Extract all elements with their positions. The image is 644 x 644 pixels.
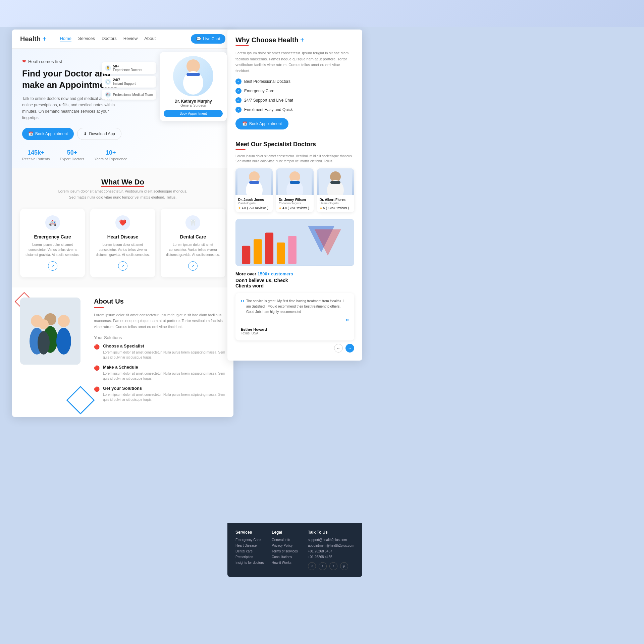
stat-experience-label: Years of Experience bbox=[94, 157, 127, 161]
nav-review[interactable]: Review bbox=[123, 36, 138, 42]
footer-link-terms[interactable]: Terms of services bbox=[272, 549, 303, 553]
meet-underline bbox=[235, 149, 246, 150]
service-dental-arrow[interactable]: ↗ bbox=[188, 261, 198, 271]
book-appointment-button[interactable]: 📅 Book Appointment bbox=[22, 128, 74, 140]
svg-point-11 bbox=[38, 331, 50, 355]
team-illustration bbox=[20, 298, 80, 365]
floating-stats: 👨‍⚕️ 50+ Experience Doctors 🕐 24/7 Insta… bbox=[102, 62, 156, 100]
footer-link-general[interactable]: General Info bbox=[272, 538, 303, 542]
why-choose-title: Why Choose Health + bbox=[235, 36, 354, 44]
doc-rating-1: ★ 4.8 (723 Reviews) bbox=[279, 206, 311, 210]
nav-links: Home Services Doctors Review About bbox=[60, 36, 191, 42]
doctor-card-2: Dr. Albert Flores Hematologists ★ 5 (172… bbox=[317, 168, 354, 212]
footer-link-heart[interactable]: Heart Disease bbox=[235, 544, 266, 547]
doctor-book-button[interactable]: Book Appointment bbox=[164, 110, 223, 117]
social-twitter-icon[interactable]: t bbox=[329, 562, 337, 570]
nav-doctors[interactable]: Doctors bbox=[102, 36, 117, 42]
meet-doctors-title: Meet Our Specialist Doctors bbox=[235, 141, 354, 148]
more-customers: More over 1500+ customers bbox=[235, 271, 354, 276]
doctor-card-1: Dr. Jenny Wilson Endocrinologists ★ 4.8 … bbox=[276, 168, 313, 212]
doc-spec-0: Cardiologists bbox=[238, 202, 270, 205]
doc-info-2: Dr. Albert Flores Hematologists ★ 5 (172… bbox=[317, 195, 354, 212]
solution-3: 🔴 Get your Solutions Lorem ipsum dolor s… bbox=[94, 386, 225, 402]
next-arrow-button[interactable]: → bbox=[345, 344, 354, 353]
experience-icon: 👨‍⚕️ bbox=[105, 65, 111, 71]
about-title: About Us bbox=[94, 298, 225, 305]
service-emergency-arrow[interactable]: ↗ bbox=[48, 261, 57, 271]
svg-rect-28 bbox=[277, 243, 285, 264]
doc-rating-2: ★ 5 (1723 Reviews) bbox=[320, 206, 352, 210]
service-card-emergency: 🚑 Emergency Care Lorem ipsum dolor sit a… bbox=[20, 209, 85, 277]
download-app-button[interactable]: ⬇ Download App bbox=[77, 128, 121, 140]
nav-services[interactable]: Services bbox=[78, 36, 95, 42]
star-icon-0: ★ bbox=[238, 206, 241, 210]
solution-1-desc: Lorem ipsum dolor sit amet consectetur. … bbox=[103, 350, 225, 360]
social-pinterest-icon[interactable]: p bbox=[340, 562, 348, 570]
doc-reviews-2: 1723 Reviews bbox=[328, 206, 347, 210]
nav-arrows: ← → bbox=[235, 344, 354, 353]
nav-home[interactable]: Home bbox=[60, 36, 71, 42]
footer-panel: Services Emergency Care Heart Disease De… bbox=[227, 523, 362, 577]
footer-services-col: Services Emergency Care Heart Disease De… bbox=[235, 530, 266, 570]
svg-rect-27 bbox=[265, 233, 274, 264]
svg-point-0 bbox=[186, 59, 200, 73]
solution-2-icon: 🔴 bbox=[94, 365, 100, 381]
nav-about[interactable]: About bbox=[144, 36, 156, 42]
book-btn-label: Book Appointment bbox=[35, 131, 68, 136]
footer-link-insights[interactable]: Insights for doctors bbox=[235, 561, 266, 565]
star-icon-2: ★ bbox=[320, 206, 322, 210]
footer-link-consultations[interactable]: Consultations bbox=[272, 555, 303, 559]
doc-name-2: Dr. Albert Flores bbox=[320, 198, 352, 202]
social-linkedin-icon[interactable]: in bbox=[308, 562, 316, 570]
chat-icon: 💬 bbox=[196, 37, 201, 41]
why-choose-book-button[interactable]: 📅 Book Appointment bbox=[235, 118, 288, 129]
brand-logo[interactable]: Health + bbox=[20, 35, 46, 43]
about-us-section: About Us Lorem ipsum dolor sit amet cons… bbox=[12, 287, 233, 417]
solution-1-icon: 🔴 bbox=[94, 344, 100, 360]
stat-patients: 145k+ Receive Patients bbox=[22, 149, 50, 161]
doctor-1-illustration bbox=[278, 168, 312, 195]
service-heart-arrow[interactable]: ↗ bbox=[118, 261, 127, 271]
doc-avatar-2 bbox=[317, 168, 354, 195]
footer-link-dental[interactable]: Dental care bbox=[235, 549, 266, 553]
footer-link-privacy[interactable]: Privacy Policy bbox=[272, 544, 303, 547]
footer-link-prescription[interactable]: Prescription bbox=[235, 555, 266, 559]
doctor-illustration bbox=[173, 56, 213, 96]
about-underline bbox=[94, 307, 104, 308]
social-facebook-icon[interactable]: f bbox=[319, 562, 327, 570]
doc-info-1: Dr. Jenny Wilson Endocrinologists ★ 4.8 … bbox=[276, 195, 313, 212]
doctor-2-illustration bbox=[319, 168, 352, 195]
doc-rating-num-2: 5 bbox=[323, 206, 325, 210]
doctor-hero-specialty: General Surgeon bbox=[164, 104, 223, 107]
testimonial-count: 1500+ customers bbox=[258, 271, 293, 276]
live-chat-button[interactable]: 💬 Live Chat bbox=[191, 34, 225, 44]
footer-link-how-it-works[interactable]: How it Works bbox=[272, 561, 303, 565]
footer-legal-title: Legal bbox=[272, 530, 303, 535]
why-item-0: ✓ Best Professional Doctors bbox=[235, 78, 354, 85]
why-feature-1: Emergency Care bbox=[244, 89, 274, 93]
why-plus: + bbox=[300, 36, 304, 44]
footer-link-phone-2[interactable]: +01 26268 4465 bbox=[308, 555, 354, 559]
prev-arrow-button[interactable]: ← bbox=[334, 344, 343, 353]
doc-name-0: Dr. Jacob Jones bbox=[238, 198, 270, 202]
testimonial-sub2: Clients word bbox=[235, 283, 354, 288]
footer-link-emergency[interactable]: Emergency Care bbox=[235, 538, 266, 542]
footer-social: in f t p bbox=[308, 562, 354, 570]
quote-open-icon: " bbox=[241, 299, 244, 308]
service-heart-name: Heart Disease bbox=[95, 234, 150, 239]
why-underline bbox=[235, 45, 249, 46]
footer-legal-col: Legal General Info Privacy Policy Terms … bbox=[272, 530, 303, 570]
footer-link-phone-1[interactable]: +01 26268 5467 bbox=[308, 549, 354, 553]
stat-experience-num: 10+ bbox=[94, 149, 127, 156]
svg-rect-25 bbox=[242, 246, 251, 264]
services-grid: 🚑 Emergency Care Lorem ipsum dolor sit a… bbox=[20, 209, 225, 277]
chart-area bbox=[235, 219, 354, 266]
svg-rect-23 bbox=[330, 181, 340, 184]
svg-rect-26 bbox=[254, 239, 262, 264]
footer-grid: Services Emergency Care Heart Disease De… bbox=[235, 530, 354, 570]
footer-link-email-support[interactable]: support@health2plus.com bbox=[308, 538, 354, 542]
floating-stat-text-1: Instant Support bbox=[113, 82, 136, 86]
solution-3-title: Get your Solutions bbox=[103, 386, 225, 391]
floating-stat-num-1: 24/7 bbox=[113, 78, 136, 82]
footer-link-email-appointment[interactable]: appointment@health2plus.com bbox=[308, 544, 354, 547]
